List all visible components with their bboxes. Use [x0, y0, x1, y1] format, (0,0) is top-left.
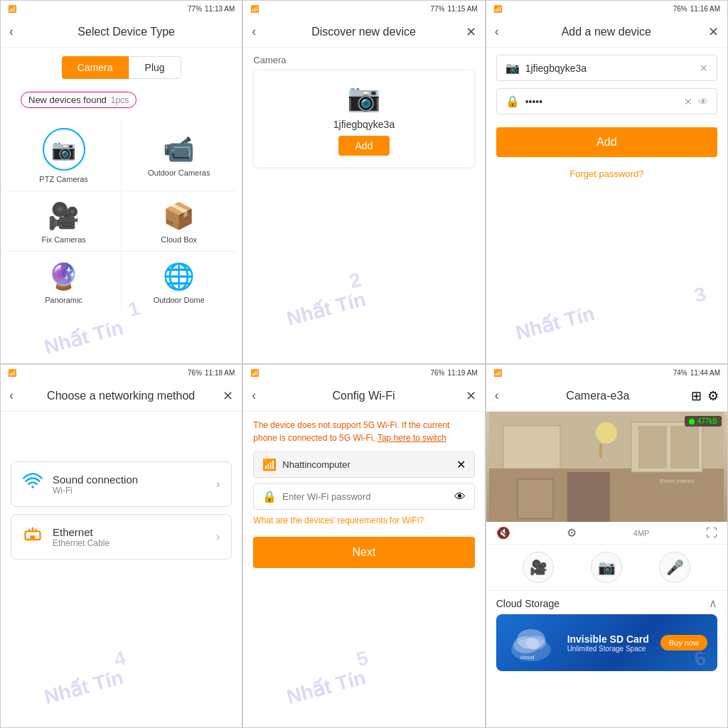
ethernet-icon	[23, 525, 43, 549]
wifi-password-input[interactable]	[282, 491, 448, 502]
step-number-4: 4	[112, 647, 128, 672]
cloud-box-icon: 📦	[163, 201, 195, 231]
settings-icon[interactable]: ⚙	[707, 388, 719, 404]
outdoor-label: Outdoor Cameras	[148, 168, 210, 177]
signal-icon-6: 📶	[493, 369, 502, 377]
status-right-5: 76% 11:19 AM	[430, 369, 477, 377]
device-id-input[interactable]	[525, 63, 694, 74]
camera-field-icon: 📷	[505, 61, 520, 75]
outdoor-dome-icon: 🌐	[163, 262, 195, 291]
status-right-4: 76% 11:18 AM	[188, 369, 235, 377]
svg-rect-10	[518, 479, 553, 518]
close-button-4[interactable]: ✕	[223, 388, 233, 404]
screenshot-icon[interactable]: ⊞	[691, 388, 702, 404]
show-wifi-password-icon[interactable]: 👁	[454, 491, 466, 503]
wifi-method-item[interactable]: Sound connection Wi-Fi ›	[11, 461, 232, 507]
close-button-3[interactable]: ✕	[708, 24, 719, 40]
ssid-field[interactable]: 📶 ✕	[253, 451, 474, 478]
nav-bar-2: ‹ Discover new device ✕	[243, 16, 484, 48]
ptz-cameras-item[interactable]: 📷 PTZ Cameras	[6, 118, 121, 191]
outdoor-camera-icon: 📹	[163, 134, 195, 164]
battery-5: 76%	[430, 369, 444, 377]
wifi-method-arrow: ›	[216, 478, 220, 491]
outdoor-dome-item[interactable]: 🌐 Outdoor Dome	[122, 252, 236, 311]
panoramic-item[interactable]: 🔮 Panoramic	[6, 252, 121, 311]
page-title-4: Choose a networking method	[19, 390, 223, 402]
resolution-label: 4MP	[633, 529, 650, 537]
tap-here-link[interactable]: Tap here to switch	[378, 433, 446, 443]
svg-rect-2	[31, 535, 36, 539]
svg-point-17	[517, 629, 545, 649]
back-button-2[interactable]: ‹	[252, 24, 256, 39]
ethernet-method-item[interactable]: Ethernet Ethernet Cable ›	[11, 514, 232, 560]
svg-rect-8	[670, 426, 699, 469]
close-button-2[interactable]: ✕	[466, 24, 476, 40]
fullscreen-icon[interactable]: ⛶	[706, 527, 717, 540]
clear-device-id-icon[interactable]: ✕	[700, 63, 708, 74]
ethernet-method-text: Ethernet Ethernet Cable	[53, 526, 206, 548]
clear-ssid-icon[interactable]: ✕	[456, 458, 466, 471]
microphone-button[interactable]: 🎤	[659, 552, 690, 583]
signal-icon-4: 📶	[8, 369, 16, 377]
page-title-3: Add a new device	[505, 26, 708, 38]
devices-found-text: New devices found	[28, 95, 107, 105]
next-button[interactable]: Next	[253, 537, 474, 568]
camera-tab[interactable]: Camera	[62, 56, 129, 79]
fix-cameras-item[interactable]: 🎥 Fix Cameras	[6, 191, 121, 251]
device-card: 📷 1jfiegbqyke3a Add	[253, 70, 474, 168]
time-6: 11:44 AM	[690, 369, 720, 377]
back-button-5[interactable]: ‹	[252, 388, 256, 403]
cloud-banner-title: Invisible SD Card	[567, 633, 649, 645]
snapshot-button[interactable]: 📷	[591, 552, 622, 583]
status-bar-6: 📶 74% 11:44 AM	[486, 365, 727, 380]
back-button-3[interactable]: ‹	[495, 24, 499, 39]
time-4: 11:18 AM	[205, 369, 235, 377]
svg-rect-9	[567, 472, 610, 522]
wifi-method-title: Sound connection	[53, 473, 206, 486]
status-right-3: 76% 11:16 AM	[673, 5, 720, 13]
status-left-1: 📶	[8, 5, 16, 13]
screen-3: 📶 76% 11:16 AM ‹ Add a new device ✕ 📷 ✕ …	[486, 0, 728, 364]
close-button-5[interactable]: ✕	[466, 388, 476, 404]
device-id-field[interactable]: 📷 ✕	[496, 55, 717, 81]
svg-point-11	[596, 422, 617, 444]
outdoor-cameras-item[interactable]: 📹 Outdoor Cameras	[122, 118, 236, 191]
screen-2: 📶 77% 11:15 AM ‹ Discover new device ✕ C…	[242, 0, 485, 364]
back-button-1[interactable]: ‹	[9, 24, 14, 39]
password-field[interactable]: 🔒 ✕ 👁	[496, 88, 717, 114]
bitrate-badge: 477kB	[685, 416, 722, 427]
cloud-banner-subtitle: Unlimited Storage Space	[567, 645, 649, 653]
clear-password-icon[interactable]: ✕	[684, 96, 692, 107]
add-device-button[interactable]: Add	[338, 136, 390, 156]
forget-password-link[interactable]: Forget password?	[486, 168, 727, 179]
video-call-button[interactable]: 🎥	[523, 552, 554, 583]
settings-ctrl-icon[interactable]: ⚙	[567, 526, 577, 540]
battery-1: 77%	[188, 5, 202, 13]
ethernet-method-subtitle: Ethernet Cable	[53, 538, 206, 548]
mute-icon[interactable]: 🔇	[496, 526, 510, 540]
back-button-4[interactable]: ‹	[9, 388, 14, 403]
cloud-storage-collapse-icon[interactable]: ∧	[709, 596, 717, 610]
svg-point-0	[31, 486, 34, 488]
password-input[interactable]	[525, 96, 678, 107]
battery-2: 77%	[430, 5, 444, 13]
cloud-storage-title: Cloud Storage	[496, 598, 560, 609]
buy-now-button[interactable]: Buy now	[660, 635, 707, 651]
cloud-box-item[interactable]: 📦 Cloud Box	[122, 191, 236, 251]
add-device-main-button[interactable]: Add	[496, 127, 717, 157]
nav-bar-5: ‹ Config Wi-Fi ✕	[243, 380, 484, 412]
battery-3: 76%	[673, 5, 687, 13]
online-dot	[689, 419, 695, 424]
show-password-icon[interactable]: 👁	[698, 96, 708, 107]
status-bar-3: 📶 76% 11:16 AM	[486, 1, 727, 16]
device-cam-icon: 📷	[347, 82, 380, 113]
watermark-4: Nhất Tín	[42, 665, 126, 709]
wifi-warning-text: The device does not support 5G Wi-Fi. If…	[253, 419, 474, 444]
plug-tab[interactable]: Plug	[129, 56, 181, 79]
ssid-input[interactable]	[282, 459, 450, 470]
wifi-requirements-link[interactable]: What are the devices' requirements for W…	[253, 515, 474, 525]
wifi-password-field[interactable]: 🔒 👁	[253, 483, 474, 510]
lock-wifi-icon: 🔒	[262, 490, 277, 503]
back-button-6[interactable]: ‹	[495, 388, 499, 403]
panoramic-label: Panoramic	[45, 296, 82, 304]
